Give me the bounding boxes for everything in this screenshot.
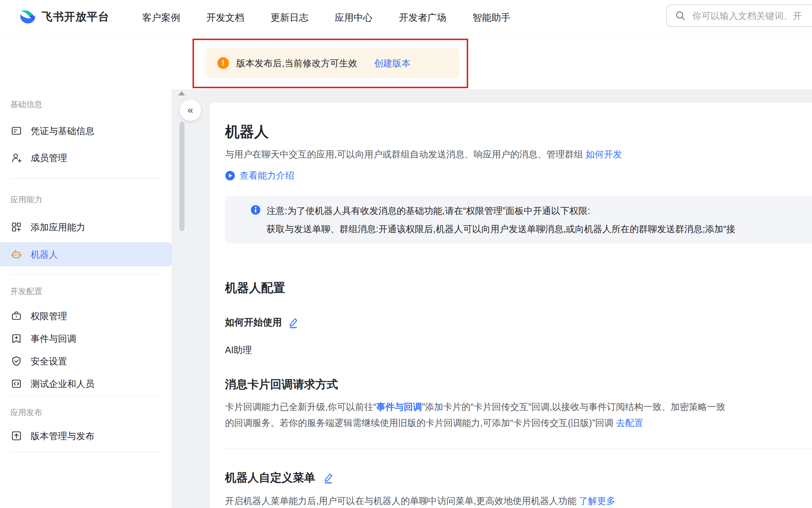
sidebar-item-label: 安全设置	[31, 355, 67, 367]
sidebar-divider	[10, 178, 160, 179]
how-to-develop-link[interactable]: 如何开发	[586, 149, 622, 159]
card-callback-title: 消息卡片回调请求方式	[225, 377, 338, 392]
scrollbar-thumb[interactable]	[179, 122, 184, 231]
doc-search-box[interactable]	[666, 4, 812, 27]
callback-text: ”添加卡片的“卡片回传交互”回调,以接收与事件订阅结构一致、加密策略一致	[422, 402, 725, 412]
info-icon	[250, 205, 261, 215]
sidebar-item-version-release[interactable]: 版本管理与发布	[0, 426, 171, 445]
custom-menu-text: 开启机器人菜单能力后,用户可以在与机器人的单聊中访问菜单,更高效地使用机器人功能	[225, 496, 579, 506]
code-box-icon	[11, 378, 22, 389]
sidebar-item-test-company[interactable]: 测试企业和人员	[0, 374, 171, 393]
nav-item-cases[interactable]: 客户案例	[142, 11, 180, 24]
bot-description: 与用户在聊天中交互的应用,可以向用户或群组自动发送消息、响应用户的消息、管理群组…	[225, 148, 622, 160]
sidebar: 基础信息 凭证与基础信息 成员管理 应用能力 添加应用能力 机器人 开发配置 权…	[0, 89, 171, 508]
sidebar-item-label: 测试企业和人员	[31, 378, 94, 390]
permission-notice-box: 注意:为了使机器人具有收发消息的基础功能,请在“权限管理”面板中开通以下权限: …	[225, 196, 812, 243]
sidebar-section-dev-config: 开发配置	[10, 286, 42, 297]
capability-intro-row[interactable]: 查看能力介绍	[225, 169, 294, 181]
sidebar-item-events-callbacks[interactable]: 事件与回调	[0, 329, 171, 348]
top-navbar: 飞书开放平台 客户案例 开发文档 更新日志 应用中心 开发者广场 智能助手	[0, 0, 812, 35]
create-version-link[interactable]: 创建版本	[374, 57, 411, 69]
briefcase-icon	[11, 310, 22, 321]
edit-pencil-icon[interactable]	[288, 317, 299, 328]
warning-icon: !	[217, 57, 229, 69]
feishu-logo-icon	[19, 8, 36, 26]
user-add-icon	[11, 152, 22, 163]
callback-text: 的回调服务。若你的服务端逻辑需继续使用旧版的卡片回调能力,可添加“卡片回传交互(…	[225, 418, 616, 428]
bot-description-text: 与用户在聊天中交互的应用,可以向用户或群组自动发送消息、响应用户的消息、管理群组	[225, 149, 586, 159]
robot-icon	[11, 249, 22, 260]
sidebar-item-label: 版本管理与发布	[31, 430, 94, 442]
scroll-up-arrow[interactable]	[178, 91, 185, 95]
sidebar-divider	[10, 274, 160, 275]
edit-pencil-icon[interactable]	[323, 472, 334, 484]
sidebar-item-add-capability[interactable]: 添加应用能力	[0, 218, 171, 237]
sidebar-item-security[interactable]: 安全设置	[0, 352, 171, 371]
banner-message: 版本发布后,当前修改方可生效	[236, 57, 357, 69]
sidebar-item-label: 权限管理	[31, 310, 67, 322]
sidebar-item-label: 事件与回调	[31, 333, 76, 345]
section-divider	[225, 448, 812, 449]
publish-icon	[11, 430, 22, 441]
bot-settings-card	[210, 103, 812, 508]
custom-menu-description: 开启机器人菜单能力后,用户可以在与机器人的单聊中访问菜单,更高效地使用机器人功能…	[225, 495, 615, 507]
sidebar-item-label: 机器人	[31, 249, 58, 261]
play-icon	[225, 171, 235, 181]
sidebar-item-permissions[interactable]: 权限管理	[0, 306, 171, 325]
card-callback-line-1: 卡片回调能力已全新升级,你可以前往“事件与回调”添加卡片的“卡片回传交互”回调,…	[225, 401, 725, 413]
sidebar-item-label: 凭证与基础信息	[31, 125, 94, 137]
page-title: 机器人	[225, 122, 269, 142]
nav-item-changelog[interactable]: 更新日志	[271, 11, 308, 24]
ai-assistant-label: AI助理	[225, 344, 252, 356]
nav-menu: 客户案例 开发文档 更新日志 应用中心 开发者广场 智能助手	[142, 0, 510, 35]
sidebar-divider	[10, 395, 160, 396]
version-banner: ! 版本发布后,当前修改方可生效 创建版本	[206, 48, 459, 78]
sidebar-item-members[interactable]: 成员管理	[0, 148, 171, 167]
callback-text: 卡片回调能力已全新升级,你可以前往“	[225, 402, 376, 412]
sidebar-item-bot[interactable]: 机器人	[0, 242, 172, 266]
sidebar-item-label: 添加应用能力	[31, 221, 85, 233]
sidebar-section-basic-info: 基础信息	[10, 99, 42, 110]
search-input[interactable]	[692, 10, 812, 22]
nav-item-docs[interactable]: 开发文档	[206, 11, 244, 24]
capability-intro-link[interactable]: 查看能力介绍	[240, 169, 294, 181]
learn-more-link[interactable]: 了解更多	[579, 496, 615, 506]
sidebar-section-release: 应用发布	[10, 407, 42, 418]
sidebar-collapse-button[interactable]: «	[179, 99, 201, 121]
events-callbacks-link[interactable]: 事件与回调	[376, 402, 422, 412]
search-icon	[675, 10, 686, 21]
card-callback-line-2: 的回调服务。若你的服务端逻辑需继续使用旧版的卡片回调能力,可添加“卡片回传交互(…	[225, 417, 643, 429]
grid-add-icon	[11, 222, 22, 232]
notice-line-1: 注意:为了使机器人具有收发消息的基础功能,请在“权限管理”面板中开通以下权限:	[267, 203, 812, 218]
notice-line-2: 获取与发送单聊、群组消息:开通该权限后,机器人可以向用户发送单聊消息,或向机器人…	[267, 222, 812, 236]
custom-menu-title: 机器人自定义菜单	[225, 470, 315, 485]
bot-config-title: 机器人配置	[225, 280, 285, 296]
custom-menu-title-row: 机器人自定义菜单	[225, 470, 334, 485]
sidebar-item-label: 成员管理	[31, 152, 67, 164]
sidebar-divider	[10, 452, 160, 452]
nav-item-dev-plaza[interactable]: 开发者广场	[399, 11, 446, 24]
sidebar-section-capabilities: 应用能力	[10, 194, 42, 205]
how-to-start-label: 如何开始使用	[225, 316, 282, 329]
id-card-icon	[11, 125, 22, 136]
nav-item-ai-assistant[interactable]: 智能助手	[473, 11, 510, 24]
nav-item-app-center[interactable]: 应用中心	[335, 11, 373, 24]
shield-check-icon	[11, 356, 22, 367]
event-callback-icon	[11, 333, 22, 344]
go-configure-link[interactable]: 去配置	[616, 418, 643, 428]
sidebar-item-credentials[interactable]: 凭证与基础信息	[0, 121, 171, 140]
how-to-start-row: 如何开始使用	[225, 316, 299, 329]
platform-logo[interactable]: 飞书开放平台	[19, 8, 109, 26]
platform-logo-text: 飞书开放平台	[42, 9, 109, 24]
